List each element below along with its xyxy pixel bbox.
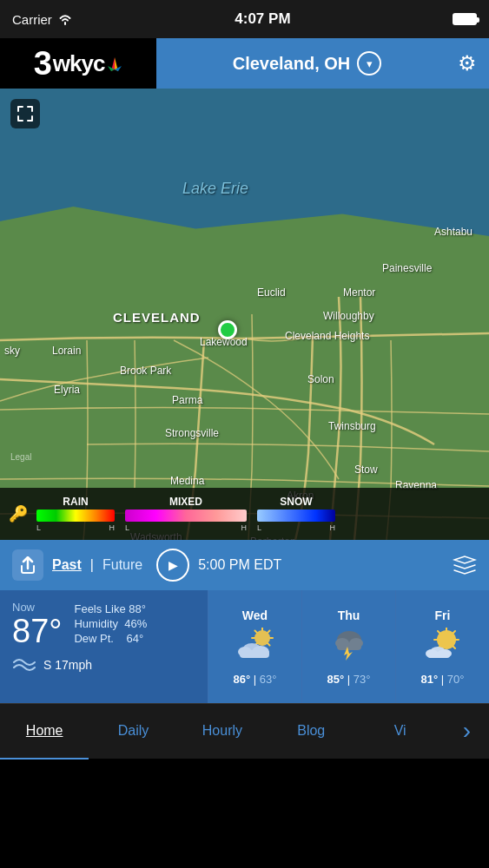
mixed-bar xyxy=(125,510,247,522)
thu-label: Thu xyxy=(338,608,360,622)
mixed-lh: L H xyxy=(125,523,247,532)
svg-rect-9 xyxy=(337,643,361,650)
battery-icon xyxy=(453,13,477,25)
share-icon xyxy=(20,556,36,574)
mixed-high: H xyxy=(241,523,248,532)
fri-label: Fri xyxy=(435,608,451,622)
wind-speed: S 17mph xyxy=(43,658,92,672)
rain-low: L xyxy=(36,523,41,532)
layers-icon[interactable] xyxy=(453,556,477,575)
expand-map-button[interactable] xyxy=(10,99,40,128)
logo-number: 3 xyxy=(34,45,51,82)
mixed-label: MIXED xyxy=(169,496,202,508)
snow-label: SNOW xyxy=(280,496,312,508)
logo-letters: wkyc xyxy=(53,50,105,77)
city-parma: Parma xyxy=(172,394,202,406)
city-selector[interactable]: Cleveland, OH ▾ xyxy=(156,51,458,76)
city-medina: Medina xyxy=(170,475,204,487)
now-label: Now xyxy=(12,601,62,614)
city-cleveland-heights: Cleveland Heights xyxy=(285,330,369,342)
city-twinsburg: Twinsburg xyxy=(328,420,376,432)
playback-bar: Past | Future ▶ 5:00 PM EDT xyxy=(0,540,489,590)
city-stow: Stow xyxy=(354,464,378,476)
playback-divider: | xyxy=(90,557,94,573)
humidity: Humidity 46% xyxy=(74,617,147,630)
snow-lh: L H xyxy=(257,523,335,532)
forecast-area: Wed 86° | 63° Thu xyxy=(208,590,489,703)
map-roads xyxy=(0,89,489,540)
svg-rect-5 xyxy=(240,650,269,658)
wed-label: Wed xyxy=(242,608,268,622)
wind-icon xyxy=(12,655,38,674)
temp-block: Now 87° xyxy=(12,601,62,650)
status-battery xyxy=(453,13,477,25)
current-weather: Now 87° Feels Like 88° Humidity 46% Dew … xyxy=(0,590,208,703)
app-header: 3 wkyc Cleveland, OH ▾ ⚙ xyxy=(0,38,489,89)
rain-label: RAIN xyxy=(63,496,88,508)
play-button[interactable]: ▶ xyxy=(156,549,189,582)
snow-legend: SNOW L H xyxy=(257,496,335,532)
nbc-peacock-icon xyxy=(107,56,122,73)
svg-rect-15 xyxy=(427,652,450,658)
rain-lh: L H xyxy=(36,523,115,532)
nav-vi[interactable]: Vi xyxy=(355,704,444,760)
chevron-down-icon: ▾ xyxy=(367,57,373,70)
nav-more-button[interactable]: › xyxy=(445,704,489,760)
city-willoughby: Willoughby xyxy=(323,310,374,322)
mixed-legend: MIXED L H xyxy=(125,496,247,532)
rain-bar xyxy=(36,510,115,522)
wed-temps: 86° | 63° xyxy=(234,673,277,686)
nav-blog[interactable]: Blog xyxy=(267,704,355,760)
nav-home[interactable]: Home xyxy=(0,704,89,760)
fri-temps: 81° | 70° xyxy=(421,673,465,686)
city-cleveland: CLEVELAND xyxy=(113,310,201,325)
nav-hourly[interactable]: Hourly xyxy=(178,704,267,760)
current-details: Feels Like 88° Humidity 46% Dew Pt. 64° xyxy=(74,602,147,645)
rain-legend: RAIN L H xyxy=(36,496,115,532)
city-brook-park: Brook Park xyxy=(120,365,171,377)
settings-button[interactable]: ⚙ xyxy=(458,51,477,76)
snow-high: H xyxy=(330,523,336,532)
city-name: Cleveland, OH xyxy=(233,54,351,74)
forecast-thu: Thu 85° | 73° xyxy=(302,590,396,703)
wifi-icon xyxy=(57,13,73,25)
fri-icon xyxy=(424,628,462,667)
forecast-wed: Wed 86° | 63° xyxy=(208,590,302,703)
nav-daily[interactable]: Daily xyxy=(89,704,177,760)
city-elyria: Elyria xyxy=(54,384,80,396)
current-location-dot xyxy=(218,320,237,339)
city-painesville: Painesville xyxy=(382,262,432,274)
share-button[interactable] xyxy=(12,549,43,581)
lake-erie-label: Lake Erie xyxy=(182,180,248,198)
expand-icon xyxy=(17,106,33,122)
wind-row: S 17mph xyxy=(12,655,195,674)
play-icon: ▶ xyxy=(169,558,178,572)
status-time: 4:07 PM xyxy=(235,10,290,28)
city-ashtabula: Ashtabu xyxy=(434,226,472,238)
city-euclid: Euclid xyxy=(257,286,286,299)
future-button[interactable]: Future xyxy=(102,557,142,573)
city-mentor: Mentor xyxy=(343,286,375,299)
weather-panel: Now 87° Feels Like 88° Humidity 46% Dew … xyxy=(0,590,489,703)
carrier-text: Carrier xyxy=(12,12,52,27)
nav-home-label: Home xyxy=(26,723,63,739)
nav-hourly-label: Hourly xyxy=(202,723,242,739)
snow-bar xyxy=(257,510,335,522)
nav-more-icon: › xyxy=(463,717,471,745)
past-button[interactable]: Past xyxy=(52,557,82,573)
logo: 3 wkyc xyxy=(34,45,123,82)
city-dropdown-button[interactable]: ▾ xyxy=(357,51,381,76)
thu-temps: 85° | 73° xyxy=(327,673,371,686)
forecast-fri: Fri 81° | 70° xyxy=(396,590,489,703)
dew-point: Dew Pt. 64° xyxy=(74,632,147,645)
nav-vi-label: Vi xyxy=(394,723,406,739)
status-carrier: Carrier xyxy=(12,12,73,27)
mixed-low: L xyxy=(125,523,129,532)
weather-map[interactable]: Lake Erie CLEVELAND Lakewood Lorain Elyr… xyxy=(0,89,489,540)
city-lorain: Lorain xyxy=(52,345,81,357)
nav-daily-label: Daily xyxy=(118,723,149,739)
bottom-nav: Home Daily Hourly Blog Vi › xyxy=(0,703,489,759)
logo-area: 3 wkyc xyxy=(0,38,156,89)
rain-high: H xyxy=(109,523,116,532)
city-solon: Solon xyxy=(307,373,334,385)
